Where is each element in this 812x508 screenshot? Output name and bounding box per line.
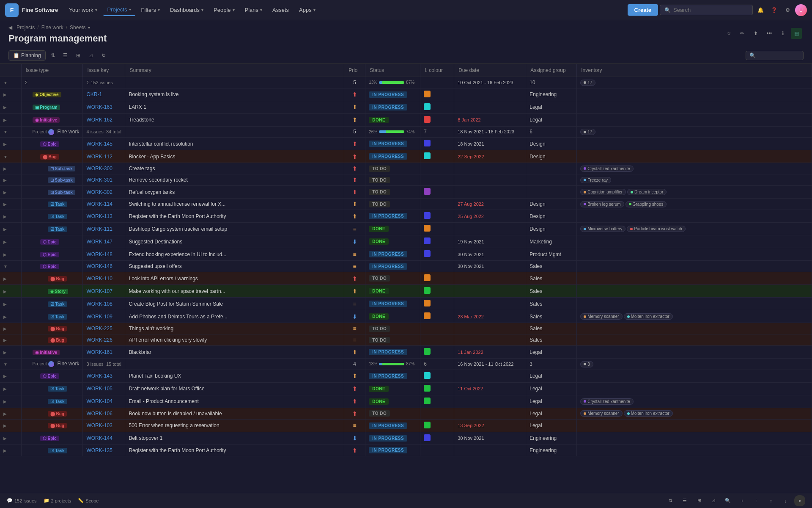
issue-key-link[interactable]: WORK-302	[86, 189, 112, 195]
filter-icon[interactable]: ⊿	[85, 50, 96, 61]
table-row[interactable]: ▶☑ TaskWORK-109Add Phobos and Deimos Tou…	[0, 310, 812, 323]
bottombar-issues[interactable]: 💬 152 issues	[7, 498, 37, 503]
summary-text[interactable]: Things ain't working	[129, 326, 173, 331]
expand-toggle[interactable]: ▶	[3, 423, 7, 428]
expand-toggle[interactable]: ▶	[3, 202, 7, 207]
summary-text[interactable]: Email - Product Announcement	[129, 398, 198, 404]
issue-key-link[interactable]: WORK-301	[86, 177, 112, 183]
table-search[interactable]: 🔍	[746, 51, 804, 60]
table-row[interactable]: ▶◆ ObjectiveOKR-1Booking system is live⬆…	[0, 88, 812, 101]
issue-key-link[interactable]: WORK-113	[86, 213, 112, 219]
grid-icon[interactable]: ▦	[791, 28, 802, 39]
expand-toggle[interactable]: ▶	[3, 448, 7, 453]
col-header-inv[interactable]: Inventory	[577, 64, 812, 77]
issue-key-link[interactable]: WORK-300	[86, 166, 112, 171]
table-row[interactable]: ▶⬤ BugWORK-226API error when clicking ve…	[0, 334, 812, 346]
expand-toggle[interactable]: ▶	[3, 315, 7, 319]
issue-key-link[interactable]: WORK-162	[86, 117, 112, 123]
layout-columns-icon[interactable]: ⊞	[73, 50, 84, 61]
expand-toggle[interactable]: ▶	[3, 240, 7, 244]
expand-toggle[interactable]: ▶	[3, 118, 7, 122]
summary-text[interactable]: Draft network plan for Mars Office	[129, 386, 204, 392]
summary-text[interactable]: Create tags	[129, 166, 155, 171]
global-search[interactable]: 🔍	[660, 5, 753, 15]
issue-key-link[interactable]: WORK-105	[86, 386, 112, 392]
app-logo[interactable]: F	[5, 3, 19, 17]
issue-key-link[interactable]: WORK-135	[86, 447, 112, 453]
edit-icon[interactable]: ✏	[737, 28, 748, 39]
table-row[interactable]: ▶◉ InitiativeWORK-162Treadstone⬆DONE8 Ja…	[0, 113, 812, 126]
table-row[interactable]: ▶⬡ EpicWORK-147Suggested Destinations⬇DO…	[0, 235, 812, 248]
issue-key-link[interactable]: WORK-147	[86, 239, 112, 245]
issue-key-link[interactable]: WORK-144	[86, 435, 112, 441]
bottom-search-icon[interactable]: 🔍	[722, 495, 733, 506]
breadcrumb-sheets[interactable]: Sheets	[70, 25, 85, 30]
table-row[interactable]: ▶⬤ BugWORK-106Book now button is disable…	[0, 408, 812, 419]
bottom-up-icon[interactable]: ↑	[765, 495, 776, 506]
table-row[interactable]: ▶⬤ BugWORK-103500 Error when requesting …	[0, 419, 812, 432]
table-row[interactable]: ▼⬤ BugWORK-112Blocker - App Basics⬆IN PR…	[0, 150, 812, 163]
expand-toggle[interactable]: ▶	[3, 190, 7, 195]
summary-text[interactable]: Belt stopover 1	[129, 435, 162, 441]
issue-key-link[interactable]: WORK-161	[86, 349, 112, 355]
table-row[interactable]: ▶⬡ EpicWORK-148Extend booking experience…	[0, 248, 812, 261]
summary-text[interactable]: Create Blog Post for Saturn Summer Sale	[129, 301, 223, 307]
expand-toggle[interactable]: ▼	[3, 130, 8, 134]
col-header-issue-type[interactable]: Issue type	[21, 64, 83, 77]
issue-key-link[interactable]: WORK-110	[86, 276, 112, 282]
table-row[interactable]: ▶☑ TaskWORK-135Register with the Earth M…	[0, 444, 812, 456]
expand-toggle[interactable]: ▶	[3, 302, 7, 306]
nav-apps[interactable]: Apps ▾	[295, 4, 320, 16]
col-header-due[interactable]: Due date	[454, 64, 526, 77]
nav-filters[interactable]: Filters ▾	[137, 4, 164, 16]
bottom-down-icon[interactable]: ↓	[780, 495, 791, 506]
bottombar-scope[interactable]: 📏 Scope	[78, 498, 99, 503]
group-icon[interactable]: ☰	[60, 50, 71, 61]
summary-text[interactable]: Look into API errors / warnings	[129, 276, 198, 282]
breadcrumb-left-icon[interactable]: ◀	[8, 25, 12, 30]
expand-toggle[interactable]: ▶	[3, 326, 7, 331]
planning-button[interactable]: 📋 Planning	[8, 50, 46, 61]
issue-key-link[interactable]: WORK-146	[86, 263, 112, 269]
issue-key-link[interactable]: WORK-112	[86, 154, 112, 160]
summary-text[interactable]: Book now button is disabled / unavailabl…	[129, 411, 222, 417]
table-row[interactable]: ▶⬤ BugWORK-110Look into API errors / war…	[0, 272, 812, 285]
help-icon[interactable]: ❓	[768, 4, 780, 16]
info-icon[interactable]: ℹ	[777, 28, 788, 39]
issue-key-link[interactable]: WORK-103	[86, 422, 112, 428]
col-header-issue-key[interactable]: Issue key	[83, 64, 125, 77]
breadcrumb-finework[interactable]: Fine work	[41, 25, 63, 30]
expand-toggle[interactable]: ▼	[3, 80, 8, 85]
table-row[interactable]: ▶◈ StoryWORK-107Make working with our sp…	[0, 285, 812, 298]
col-header-prio[interactable]: Prio	[344, 64, 365, 77]
nav-dashboards[interactable]: Dashboards ▾	[166, 4, 208, 16]
create-button[interactable]: Create	[628, 4, 658, 16]
issue-key-link[interactable]: WORK-109	[86, 314, 112, 320]
summary-text[interactable]: Register with the Earth Moon Port Author…	[129, 447, 226, 453]
more-icon[interactable]: •••	[764, 28, 775, 39]
expand-toggle[interactable]: ▶	[3, 289, 7, 294]
table-row[interactable]: ▶⬤ BugWORK-225Things ain't working≡TO DO…	[0, 323, 812, 334]
summary-text[interactable]: Booking system is live	[129, 91, 178, 97]
expand-toggle[interactable]: ▶	[3, 105, 7, 110]
expand-toggle[interactable]: ▶	[3, 276, 7, 281]
star-icon[interactable]: ☆	[723, 28, 734, 39]
search-input[interactable]	[673, 7, 741, 13]
summary-text[interactable]: Suggested Destinations	[129, 239, 182, 245]
issue-key-link[interactable]: WORK-114	[86, 201, 112, 207]
settings-icon[interactable]: ⚙	[782, 4, 793, 16]
expand-toggle[interactable]: ▶	[3, 227, 7, 232]
summary-text[interactable]: Refuel oxygen tanks	[129, 189, 175, 195]
table-row[interactable]: ▶☑ TaskWORK-113Register with the Earth M…	[0, 210, 812, 223]
issue-key-link[interactable]: WORK-145	[86, 141, 112, 147]
summary-text[interactable]: Blocker - App Basics	[129, 154, 175, 160]
table-search-input[interactable]	[757, 52, 800, 58]
expand-toggle[interactable]: ▶	[3, 387, 7, 391]
issue-key-link[interactable]: WORK-163	[86, 104, 112, 110]
summary-text[interactable]: Switching to annual license renewal for …	[129, 201, 225, 207]
expand-toggle[interactable]: ▼	[3, 264, 8, 269]
summary-text[interactable]: 500 Error when requesting a reservation	[129, 422, 219, 428]
table-row[interactable]: ▶⬡ EpicWORK-144Belt stopover 1⬇IN PROGRE…	[0, 432, 812, 444]
summary-text[interactable]: Make working with our space travel partn…	[129, 288, 225, 294]
issue-key-link[interactable]: WORK-108	[86, 301, 112, 307]
